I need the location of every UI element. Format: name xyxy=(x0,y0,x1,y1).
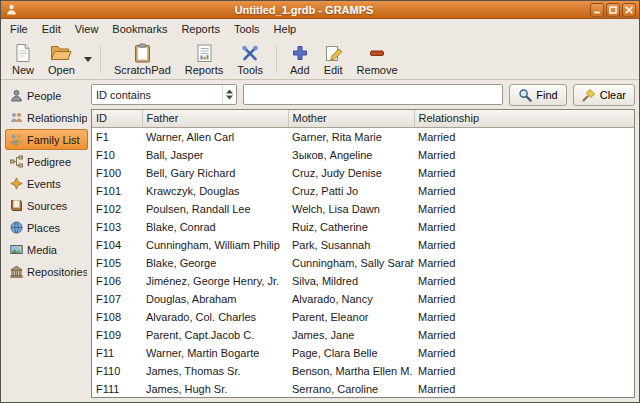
filter-bar: ID contains Find Clear xyxy=(91,83,635,109)
table-row[interactable]: F104Cunningham, William PhilipPark, Susa… xyxy=(92,236,634,254)
table-row[interactable]: F11Warner, Martin BogartePage, Clara Bel… xyxy=(92,344,634,362)
cell-mother: Parent, Eleanor xyxy=(288,308,414,326)
toolbar-separator xyxy=(100,45,101,73)
column-header-mother[interactable]: Mother xyxy=(288,110,414,127)
toolbar-edit-button[interactable]: Edit xyxy=(317,42,350,77)
sidebar-item-events[interactable]: Events xyxy=(5,173,88,194)
sidebar-item-people[interactable]: People xyxy=(5,85,88,106)
cell-relationship: Married xyxy=(414,182,634,200)
sidebar-item-repositories[interactable]: Repositories xyxy=(5,261,88,282)
table-row[interactable]: F102Poulsen, Randall LeeWelch, Lisa Dawn… xyxy=(92,200,634,218)
menu-edit[interactable]: Edit xyxy=(35,20,68,38)
cell-id: F110 xyxy=(92,362,142,380)
cell-father: Poulsen, Randall Lee xyxy=(142,200,288,218)
cell-mother: Cruz, Judy Denise xyxy=(288,164,414,182)
table-row[interactable]: F103Blake, ConradRuiz, CatherineMarried xyxy=(92,218,634,236)
close-button[interactable] xyxy=(622,3,636,17)
menu-reports[interactable]: Reports xyxy=(174,20,227,38)
cell-relationship: Married xyxy=(414,380,634,398)
toolbar-tools-button[interactable]: Tools xyxy=(230,42,270,77)
magnifier-icon xyxy=(518,88,532,102)
toolbar-reports-button[interactable]: Reports xyxy=(178,42,231,77)
table-row[interactable]: F106Jiménez, George Henry, Jr.Silva, Mil… xyxy=(92,272,634,290)
toolbar-add-button[interactable]: Add xyxy=(283,42,317,77)
cell-mother: James, Jane xyxy=(288,326,414,344)
cell-id: F109 xyxy=(92,326,142,344)
toolbar-open-label: Open xyxy=(48,64,75,76)
sidebar-item-label: Family List xyxy=(27,134,80,146)
cell-father: Ball, Jasper xyxy=(142,146,288,164)
family-list-icon xyxy=(10,133,23,146)
sidebar-item-sources[interactable]: Sources xyxy=(5,195,88,216)
person-icon xyxy=(10,89,23,102)
sidebar-item-label: Relationships xyxy=(27,112,88,124)
remove-icon xyxy=(368,43,386,63)
toolbar-reports-label: Reports xyxy=(185,64,224,76)
filter-input[interactable] xyxy=(243,84,503,105)
titlebar[interactable]: Untitled_1.grdb - GRAMPS xyxy=(1,1,639,19)
table-row[interactable]: F105Blake, GeorgeCunningham, Sally Sarah… xyxy=(92,254,634,272)
table-row[interactable]: F100Bell, Gary RichardCruz, Judy DeniseM… xyxy=(92,164,634,182)
open-dropdown-arrow[interactable] xyxy=(82,43,94,75)
clear-button[interactable]: Clear xyxy=(573,84,635,106)
table-row[interactable]: F109Parent, Capt.Jacob C.James, JaneMarr… xyxy=(92,326,634,344)
cell-mother: Silva, Mildred xyxy=(288,272,414,290)
cell-mother: Cunningham, Sally Sarah xyxy=(288,254,414,272)
cell-id: F108 xyxy=(92,308,142,326)
column-header-id[interactable]: ID xyxy=(92,110,142,127)
sidebar-item-label: Pedigree xyxy=(27,156,71,168)
cell-id: F107 xyxy=(92,290,142,308)
cell-id: F10 xyxy=(92,146,142,164)
scratchpad-icon xyxy=(134,43,151,63)
sidebar-item-label: Media xyxy=(27,244,57,256)
sidebar-item-media[interactable]: Media xyxy=(5,239,88,260)
menu-tools[interactable]: Tools xyxy=(227,20,267,38)
table-row[interactable]: F1Warner, Allen CarlGarner, Rita MarieMa… xyxy=(92,127,634,146)
cell-relationship: Married xyxy=(414,236,634,254)
sidebar-item-relationships[interactable]: Relationships xyxy=(5,107,88,128)
places-icon xyxy=(10,221,23,234)
menu-view[interactable]: View xyxy=(68,20,106,38)
sidebar: PeopleRelationshipsFamily ListPedigreeEv… xyxy=(5,83,88,398)
cell-mother: Ruiz, Catherine xyxy=(288,218,414,236)
cell-relationship: Married xyxy=(414,308,634,326)
cell-id: F100 xyxy=(92,164,142,182)
menu-bookmarks[interactable]: Bookmarks xyxy=(105,20,174,38)
find-button[interactable]: Find xyxy=(509,84,566,106)
toolbar-new-button[interactable]: New xyxy=(5,42,41,77)
column-header-father[interactable]: Father xyxy=(142,110,288,127)
table-row[interactable]: F110James, Thomas Sr.Benson, Martha Elle… xyxy=(92,362,634,380)
filter-field-select[interactable]: ID contains xyxy=(91,84,237,105)
add-icon xyxy=(291,43,309,63)
cell-id: F11 xyxy=(92,344,142,362)
cell-father: Warner, Allen Carl xyxy=(142,127,288,146)
filter-field-value: ID contains xyxy=(92,89,222,101)
sidebar-item-label: People xyxy=(27,90,61,102)
pedigree-icon xyxy=(10,155,23,168)
app-icon xyxy=(4,3,18,17)
new-document-icon xyxy=(14,43,32,63)
sidebar-item-places[interactable]: Places xyxy=(5,217,88,238)
table-row[interactable]: F10Ball, JasperЗыков, AngelineMarried xyxy=(92,146,634,164)
cell-relationship: Married xyxy=(414,200,634,218)
toolbar-add-label: Add xyxy=(290,64,310,76)
sidebar-item-label: Events xyxy=(27,178,61,190)
maximize-button[interactable] xyxy=(606,3,620,17)
cell-id: F105 xyxy=(92,254,142,272)
minimize-button[interactable] xyxy=(590,3,604,17)
sidebar-item-pedigree[interactable]: Pedigree xyxy=(5,151,88,172)
menu-file[interactable]: File xyxy=(3,20,35,38)
toolbar-open-button[interactable]: Open xyxy=(41,42,82,77)
menu-help[interactable]: Help xyxy=(267,20,304,38)
table-row[interactable]: F101Krawczyk, DouglasCruz, Patti JoMarri… xyxy=(92,182,634,200)
table-row[interactable]: F108Alvarado, Col. CharlesParent, Eleano… xyxy=(92,308,634,326)
toolbar-remove-button[interactable]: Remove xyxy=(350,42,405,77)
toolbar-scratchpad-button[interactable]: ScratchPad xyxy=(107,42,178,77)
sidebar-item-family-list[interactable]: Family List xyxy=(5,129,88,150)
cell-relationship: Married xyxy=(414,164,634,182)
column-header-relationship[interactable]: Relationship xyxy=(414,110,634,127)
cell-mother: Alvarado, Nancy xyxy=(288,290,414,308)
table-row[interactable]: F111James, Hugh Sr.Serrano, CarolineMarr… xyxy=(92,380,634,398)
broom-icon xyxy=(582,88,596,102)
table-row[interactable]: F107Douglas, AbrahamAlvarado, NancyMarri… xyxy=(92,290,634,308)
